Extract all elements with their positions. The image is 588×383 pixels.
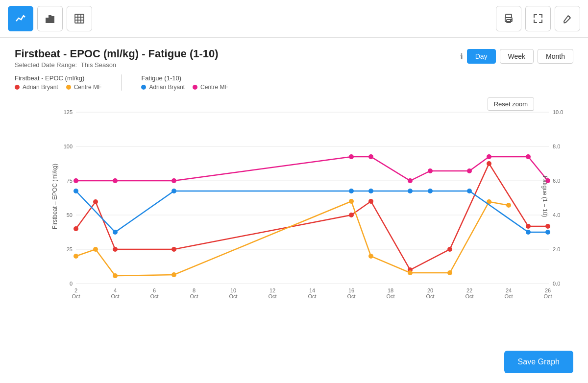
svg-text:Oct: Oct: [426, 293, 434, 298]
epoc-centre-dot: [74, 254, 78, 259]
fatigue-centre-dot: [113, 178, 118, 183]
fatigue-adrian-line: [76, 191, 548, 232]
line-chart-btn[interactable]: [8, 6, 33, 31]
svg-text:75: 75: [67, 178, 73, 184]
fatigue-adrian-dot: [428, 189, 433, 193]
legend-fatigue-items: Adrian Bryant Centre MF: [141, 84, 228, 91]
legend-epoc-adrian-dot: [15, 85, 20, 90]
fatigue-adrian-dot: [172, 189, 176, 193]
day-btn[interactable]: Day: [467, 49, 496, 64]
fatigue-centre-dot: [349, 154, 354, 159]
print-btn[interactable]: [496, 6, 521, 31]
fatigue-adrian-dot: [408, 189, 413, 193]
epoc-centre-dot: [349, 199, 354, 204]
epoc-adrian-dot: [74, 226, 78, 231]
epoc-centre-dot: [506, 203, 511, 208]
fatigue-centre-dot: [487, 154, 491, 159]
epoc-adrian-dot: [545, 224, 550, 229]
epoc-centre-dot: [447, 270, 452, 275]
epoc-adrian-dot: [447, 247, 452, 252]
epoc-adrian-dot: [487, 161, 491, 166]
epoc-centre-dot: [93, 247, 98, 252]
fatigue-centre-dot: [428, 168, 433, 173]
svg-text:4.0: 4.0: [553, 212, 560, 218]
chart-area: Firstbeat – EPOC (ml/kg) Fatigue (1 – 10…: [49, 93, 539, 300]
svg-text:2.0: 2.0: [553, 246, 560, 252]
legend-epoc-centre-dot: [66, 85, 71, 90]
fatigue-centre-dot: [408, 178, 413, 183]
right-axis-label: Fatigue (1 – 10): [542, 176, 549, 217]
bar-chart-btn[interactable]: [37, 6, 63, 31]
month-btn[interactable]: Month: [538, 49, 573, 64]
svg-text:24: 24: [506, 287, 512, 293]
svg-text:6: 6: [153, 287, 156, 293]
fatigue-adrian-dot: [467, 189, 472, 193]
epoc-centre-line: [76, 201, 509, 276]
svg-text:20: 20: [427, 287, 433, 293]
svg-rect-0: [46, 18, 48, 23]
legend-epoc-adrian: Adrian Bryant: [15, 84, 58, 91]
svg-text:10.0: 10.0: [553, 109, 563, 115]
svg-rect-8: [506, 14, 512, 18]
svg-text:14: 14: [309, 287, 315, 293]
fatigue-centre-dot: [74, 178, 78, 183]
svg-text:Oct: Oct: [347, 293, 355, 298]
expand-btn[interactable]: [525, 6, 551, 31]
fatigue-adrian-dot: [368, 189, 373, 193]
left-axis-label: Firstbeat – EPOC (ml/kg): [51, 164, 58, 229]
svg-text:25: 25: [67, 246, 73, 252]
svg-text:50: 50: [67, 212, 73, 218]
svg-text:0: 0: [70, 281, 73, 287]
svg-text:4: 4: [114, 287, 117, 293]
svg-point-11: [511, 19, 512, 20]
svg-text:Oct: Oct: [504, 293, 513, 298]
legend-group-epoc: Firstbeat - EPOC (ml/kg) Adrian Bryant C…: [15, 74, 101, 91]
svg-text:26: 26: [545, 287, 551, 293]
svg-text:16: 16: [348, 287, 354, 293]
fatigue-centre-dot: [526, 154, 531, 159]
svg-text:Oct: Oct: [465, 293, 473, 298]
svg-text:18: 18: [388, 287, 393, 293]
legend-container: Firstbeat - EPOC (ml/kg) Adrian Bryant C…: [15, 74, 573, 91]
epoc-adrian-dot: [526, 224, 531, 229]
svg-text:12: 12: [270, 287, 275, 293]
info-icon[interactable]: ℹ: [460, 52, 463, 61]
svg-text:Oct: Oct: [190, 293, 198, 298]
fatigue-centre-line: [76, 157, 548, 181]
svg-text:10: 10: [230, 287, 236, 293]
svg-text:Oct: Oct: [111, 293, 119, 298]
epoc-adrian-dot: [113, 247, 118, 252]
week-btn[interactable]: Week: [500, 49, 534, 64]
svg-text:Oct: Oct: [308, 293, 316, 298]
epoc-adrian-dot: [368, 199, 373, 204]
svg-rect-1: [49, 16, 51, 23]
svg-line-12: [569, 17, 570, 17]
epoc-adrian-dot: [93, 199, 98, 204]
legend-fatigue-adrian: Adrian Bryant: [141, 84, 185, 91]
table-btn[interactable]: [67, 6, 92, 31]
svg-text:Oct: Oct: [150, 293, 158, 298]
edit-btn[interactable]: [555, 6, 580, 31]
chart-svg: .grid-line { stroke: #e8e8e8; stroke-wid…: [49, 93, 568, 298]
save-graph-btn[interactable]: Save Graph: [504, 351, 573, 373]
svg-text:Oct: Oct: [229, 293, 237, 298]
legend-epoc-centre: Centre MF: [66, 84, 102, 91]
toolbar-left: [8, 6, 92, 31]
fatigue-centre-dot: [467, 168, 472, 173]
epoc-centre-dot: [172, 272, 176, 277]
reset-zoom-btn[interactable]: Reset zoom: [488, 97, 534, 111]
legend-fatigue-adrian-dot: [141, 85, 146, 90]
svg-text:125: 125: [64, 109, 73, 115]
legend-divider: [121, 74, 122, 91]
subtitle-label: Selected Date Range:: [15, 61, 77, 69]
svg-text:100: 100: [64, 144, 73, 149]
svg-text:8.0: 8.0: [553, 144, 560, 149]
legend-group-fatigue: Fatigue (1-10) Adrian Bryant Centre MF: [141, 74, 228, 91]
svg-text:8: 8: [193, 287, 196, 293]
fatigue-adrian-dot: [349, 189, 354, 193]
fatigue-adrian-dot: [545, 230, 550, 235]
subtitle-value: This Season: [81, 61, 116, 69]
svg-text:Oct: Oct: [386, 293, 394, 298]
fatigue-adrian-dot: [74, 189, 78, 193]
main-content: Firstbeat - EPOC (ml/kg) - Fatigue (1-10…: [0, 38, 588, 300]
